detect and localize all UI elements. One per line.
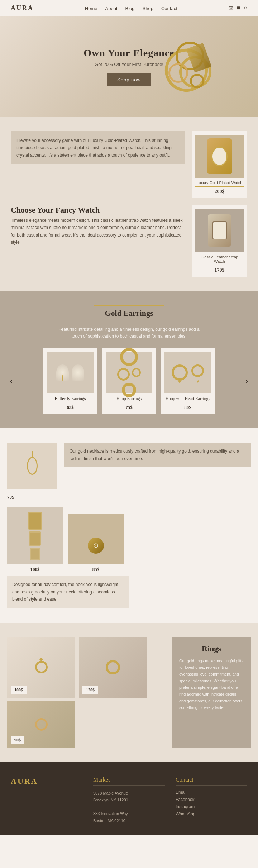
rings-section: 100$ 120$ 90$ Rings Our gold rings make … — [0, 623, 258, 762]
rings-images: 100$ 120$ 90$ — [7, 637, 165, 748]
carousel-next-button[interactable]: › — [243, 377, 251, 386]
footer-market-col: Market 5678 Maple Avenue Brooklyn, NY 11… — [93, 777, 165, 825]
carousel-prev-button[interactable]: ‹ — [7, 377, 15, 386]
rings-text-block: Rings Our gold rings make meaningful gif… — [172, 637, 251, 748]
necklace-image-1 — [7, 443, 57, 489]
nav-logo: AURA — [11, 4, 34, 12]
butterfly-earring-price: 65$ — [47, 405, 94, 410]
ring-image-1: 100$ — [7, 637, 75, 698]
navbar: AURA Home About Blog Shop Contact ✉ ■ ○ — [0, 0, 258, 16]
footer-address-2: Brooklyn, NY 11201 — [93, 797, 165, 804]
hoop-heart-earring-label: Hoop with Heart Earrings — [164, 396, 211, 403]
earring-card-butterfly: Butterfly Earrings 65$ — [43, 348, 97, 414]
nav-blog[interactable]: Blog — [125, 6, 135, 11]
necklace-image-2 — [7, 507, 63, 564]
necklace-section: 70$ Our gold necklace is meticulously cr… — [0, 428, 258, 622]
facebook-icon[interactable]: ■ — [237, 5, 240, 11]
footer-contact-col: Contact Email Facebook Instagram WhatsAp… — [176, 777, 247, 825]
nav-contact[interactable]: Contact — [161, 6, 177, 11]
watch-classic-price: 170$ — [195, 265, 244, 273]
footer-address-1: 5678 Maple Avenue — [93, 790, 165, 797]
necklace-top: 70$ Our gold necklace is meticulously cr… — [7, 443, 251, 500]
hoop-heart-earring-image: ♥ ♥ — [164, 352, 211, 393]
hero-section: Own Your Elegance Get 20% Off Your First… — [0, 16, 258, 117]
earrings-desc: Featuring intricate detailing and a time… — [57, 326, 201, 340]
watch-section: Elevate your accessory game with our Lux… — [0, 117, 258, 291]
watch-card-classic: Classic Leather Strap Watch 170$ — [192, 205, 247, 277]
earrings-title-box: Gold Earrings — [94, 305, 164, 321]
watch-top-row: Elevate your accessory game with our Lux… — [11, 131, 247, 198]
rings-row-2: 90$ — [7, 701, 165, 748]
necklace-middle: 100$ ⊙ 85$ — [7, 507, 251, 572]
butterfly-earring-image — [47, 352, 94, 393]
necklace-description: Our gold necklace is meticulously crafte… — [64, 443, 251, 467]
footer: AURA Market 5678 Maple Avenue Brooklyn, … — [0, 762, 258, 835]
ring-price-2: 120$ — [82, 686, 98, 694]
hoop-earring-price: 75$ — [106, 405, 152, 410]
earring-card-hoop-heart: ♥ ♥ Hoop with Heart Earrings 80$ — [161, 348, 215, 414]
whatsapp-icon[interactable]: ✉ — [229, 5, 233, 11]
footer-logo: AURA — [11, 777, 82, 786]
necklace-description-2: Designed for all-day comfort, the neckla… — [7, 576, 129, 608]
necklace-image-3: ⊙ — [68, 514, 124, 564]
footer-contact-title: Contact — [176, 777, 247, 786]
watch-gold-price: 200$ — [195, 186, 244, 195]
instagram-icon[interactable]: ○ — [244, 5, 247, 11]
footer-market-title: Market — [93, 777, 165, 786]
ring-price-1: 100$ — [11, 686, 27, 694]
footer-whatsapp-link[interactable]: WhatsApp — [176, 811, 247, 816]
ring-image-2: 120$ — [79, 637, 147, 698]
watch-card-gold: Luxury Gold-Plated Watch 200$ — [192, 131, 247, 198]
hoop-earring-image — [106, 352, 152, 393]
nav-about[interactable]: About — [105, 6, 118, 11]
rings-description: Our gold rings make meaningful gifts for… — [179, 658, 244, 711]
ring-price-3: 90$ — [11, 736, 24, 744]
necklace-price-3: 85$ — [68, 567, 124, 572]
hero-jewelry-image — [158, 38, 229, 117]
hero-subtitle: Get 20% Off Your First Purchase! — [95, 62, 163, 67]
watch-description: Elevate your accessory game with our Lux… — [11, 131, 185, 164]
earrings-section: Gold Earrings Featuring intricate detail… — [0, 291, 258, 428]
nav-home[interactable]: Home — [85, 6, 97, 11]
earrings-grid: Butterfly Earrings 65$ Hoop Earrings 75$ — [15, 348, 242, 414]
watch-section-title: Choose Your Fancy Watch — [11, 205, 185, 215]
watch-gold-label: Luxury Gold-Plated Watch — [195, 181, 244, 185]
hoop-heart-earring-price: 80$ — [164, 405, 211, 410]
nav-shop[interactable]: Shop — [143, 6, 153, 11]
watch-bottom-row: Choose Your Fancy Watch Timeless eleganc… — [11, 205, 247, 277]
watch-classic-image — [195, 209, 244, 252]
watch-classic-label: Classic Leather Strap Watch — [195, 255, 244, 263]
rings-title: Rings — [179, 644, 244, 653]
footer-email-link[interactable]: Email — [176, 790, 247, 795]
footer-instagram-link[interactable]: Instagram — [176, 804, 247, 809]
watch-gold-image — [195, 135, 244, 178]
footer-brand-col: AURA — [11, 777, 82, 825]
nav-links: Home About Blog Shop Contact — [85, 5, 177, 11]
shop-now-button[interactable]: Shop now — [107, 73, 151, 86]
footer-address-4: Boston, MA 02110 — [93, 817, 165, 825]
watch-section-title-col: Choose Your Fancy Watch Timeless eleganc… — [11, 205, 185, 246]
earrings-title: Gold Earrings — [105, 309, 153, 318]
hoop-earring-label: Hoop Earrings — [106, 396, 152, 403]
butterfly-earring-label: Butterfly Earrings — [47, 396, 94, 403]
footer-facebook-link[interactable]: Facebook — [176, 797, 247, 802]
rings-row-1: 100$ 120$ — [7, 637, 165, 698]
necklace-price-2: 100$ — [7, 567, 63, 572]
earring-card-hoop: Hoop Earrings 75$ — [102, 348, 156, 414]
necklace-price-1: 70$ — [7, 494, 57, 500]
watch-subtitle: Timeless elegance meets modern design. T… — [11, 217, 185, 246]
earrings-carousel: ‹ Butterfly Earrings 65$ — [7, 348, 251, 414]
footer-grid: AURA Market 5678 Maple Avenue Brooklyn, … — [11, 777, 247, 825]
ring-image-3: 90$ — [7, 701, 75, 748]
footer-address-3: 333 Innovation Way — [93, 810, 165, 817]
nav-social-icons: ✉ ■ ○ — [229, 5, 247, 11]
